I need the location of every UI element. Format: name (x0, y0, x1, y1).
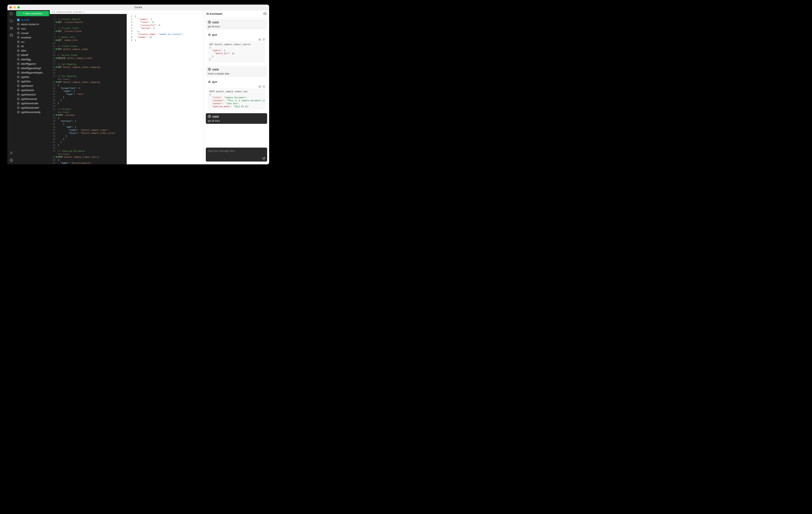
database-icon (17, 27, 20, 30)
copy-icon[interactable] (258, 85, 261, 88)
svg-rect-35 (209, 116, 209, 116)
connection-item[interactable]: ddeefffgg (16, 57, 50, 62)
connection-item[interactable]: sgdsfdsavbcdeef (16, 105, 50, 110)
connection-item[interactable]: sgdsfdsavbcdee (16, 101, 50, 105)
svg-point-34 (208, 115, 211, 118)
maximize-window-button[interactable] (18, 6, 20, 8)
svg-point-5 (11, 152, 12, 153)
database-icon (17, 19, 20, 21)
connection-item[interactable]: sgdsfdsavbc (16, 88, 50, 92)
connection-label: sgdsfdsavbcdeefg (21, 111, 40, 114)
traffic-lights (9, 6, 20, 8)
run-icon[interactable] (56, 57, 57, 59)
database-icon (17, 111, 20, 114)
connection-item[interactable]: sgdsfdsavbcdeefg (16, 110, 50, 114)
toolbar: No collection/index selected (50, 10, 204, 14)
connection-item[interactable]: os-local (16, 18, 50, 22)
connection-item[interactable]: sgdsfdsa (16, 79, 50, 84)
database-icon (17, 58, 20, 61)
connection-item[interactable]: sgdsfdsavbcde (16, 97, 50, 101)
connection-item[interactable]: ddeefffggared (16, 62, 50, 66)
main-area: No collection/index selected 12345678910… (50, 10, 204, 164)
user-emoji-icon (208, 115, 211, 119)
run-icon[interactable] (56, 81, 57, 83)
connection-label: sgdsfdsavb (21, 85, 33, 87)
connection-item[interactable]: sgdsfdsavb (16, 84, 50, 88)
settings-icon[interactable] (9, 158, 13, 162)
folder-icon[interactable] (9, 19, 13, 23)
database-icon (17, 102, 20, 105)
run-icon[interactable] (56, 21, 57, 23)
svg-point-16 (209, 35, 209, 35)
database-icon (17, 85, 20, 87)
connection-item[interactable]: ddeefffggareddsgda... (16, 70, 50, 75)
connection-label: sssadsad (21, 36, 31, 39)
connection-label: elastic-cluster-t/s (21, 23, 39, 26)
collection-select[interactable]: No collection/index selected (51, 10, 86, 14)
connection-item[interactable]: ddee (16, 49, 50, 53)
run-icon[interactable] (56, 114, 57, 116)
connection-item[interactable]: ccc (16, 40, 50, 44)
close-window-button[interactable] (9, 6, 12, 8)
svg-rect-36 (210, 116, 210, 116)
insert-icon[interactable] (262, 38, 265, 41)
svg-rect-2 (10, 27, 12, 29)
robot-icon (208, 80, 211, 84)
response-editor[interactable]: 123456789 { "_nodes": { "total": 0, "suc… (127, 14, 204, 164)
database-icon (17, 76, 20, 79)
connection-label: ddeefffggared (21, 62, 36, 65)
github-icon[interactable] (9, 33, 13, 37)
svg-rect-32 (263, 86, 264, 87)
connection-item[interactable]: ddeefff (16, 53, 50, 57)
svg-rect-0 (10, 12, 13, 15)
robot-icon (208, 33, 211, 37)
run-icon[interactable] (56, 66, 57, 68)
copy-icon[interactable] (258, 38, 261, 41)
connection-item[interactable]: sgdsfdsavbcd (16, 92, 50, 97)
connection-label: ddeefffggareddsgd (21, 67, 41, 70)
chat-role-label: USER (208, 115, 265, 119)
connection-item[interactable]: sgdsfds (16, 75, 50, 79)
connection-item[interactable]: ddeefffggareddsgd (16, 66, 50, 70)
history-icon[interactable] (9, 26, 13, 30)
chat-user-message: USERget all docs (206, 19, 267, 30)
database-icon (17, 62, 20, 65)
svg-rect-24 (210, 69, 210, 69)
connection-item[interactable]: elastic-cluster-t/s (16, 22, 50, 27)
collection-select-wrap[interactable]: No collection/index selected (51, 10, 86, 14)
run-icon[interactable] (56, 156, 57, 158)
connection-label: ddeefffgg (21, 58, 31, 61)
connection-label: sgdsfds (21, 76, 29, 79)
connection-item[interactable]: sssadsad (16, 35, 50, 40)
svg-rect-23 (209, 69, 209, 69)
database-icon (17, 67, 20, 70)
user-icon[interactable] (9, 151, 13, 155)
chat-role-label: BOT (208, 80, 265, 84)
connection-item[interactable]: dd (16, 44, 50, 49)
run-icon[interactable] (56, 39, 57, 41)
minimize-window-button[interactable] (13, 6, 16, 8)
chat-body: USERget all docsBOTGET dockit_sample_ind… (204, 18, 269, 146)
run-icon[interactable] (56, 48, 57, 50)
chat-input-wrap (204, 146, 269, 164)
chat-input[interactable] (206, 148, 267, 161)
connection-label: sgdsfdsavbcd (21, 93, 35, 96)
request-editor[interactable]: 1234567891011121314151617181920212223242… (50, 14, 127, 164)
chat-user-message: USERget all docs (206, 113, 267, 124)
new-connection-button[interactable]: +New connection (16, 11, 49, 16)
connection-label: sgdsfdsavbcde (21, 98, 37, 100)
run-icon[interactable] (56, 30, 57, 32)
connection-item[interactable]: ssss (16, 27, 50, 31)
titlebar: DocKit (7, 5, 269, 10)
chat-role-label: USER (208, 68, 265, 71)
panel-icon[interactable] (9, 12, 13, 16)
connection-item[interactable]: ssssad (16, 31, 50, 35)
svg-rect-30 (259, 86, 261, 88)
connection-label: ssss (21, 27, 26, 30)
insert-icon[interactable] (262, 85, 265, 88)
svg-rect-31 (259, 86, 260, 87)
chat-bubble-icon[interactable] (263, 12, 267, 16)
svg-rect-12 (210, 22, 210, 22)
send-button[interactable] (262, 157, 265, 161)
connection-label: ssssad (21, 32, 28, 34)
